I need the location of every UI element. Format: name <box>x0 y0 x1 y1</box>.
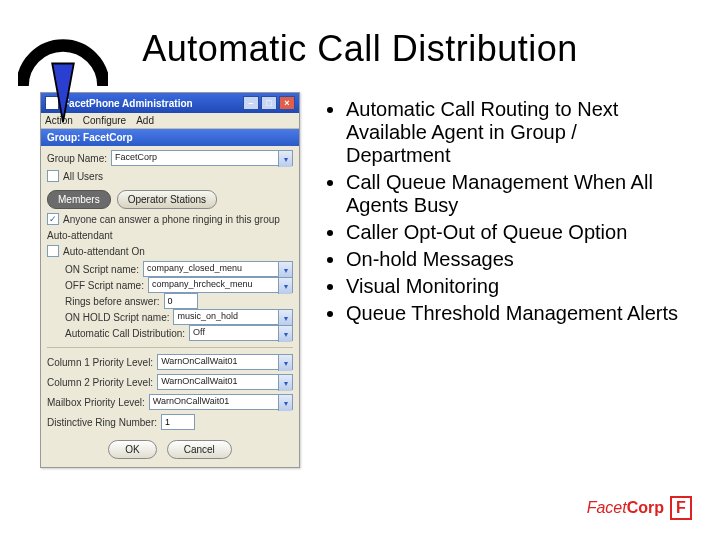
acd-select[interactable]: Off ▾ <box>189 325 293 341</box>
brand-arc-logo <box>18 32 108 122</box>
mailbox-priority-label: Mailbox Priority Level: <box>47 397 145 408</box>
chevron-down-icon: ▾ <box>278 326 292 342</box>
off-script-label: OFF Script name: <box>65 280 144 291</box>
group-header: Group: FacetCorp <box>41 129 299 146</box>
mailbox-priority-select[interactable]: WarnOnCallWait01 ▾ <box>149 394 293 410</box>
maximize-button[interactable]: □ <box>261 96 277 110</box>
list-item: Visual Monitoring <box>346 275 680 298</box>
bullet-list: Automatic Call Routing to Next Available… <box>322 92 680 329</box>
chevron-down-icon: ▾ <box>278 262 292 278</box>
on-script-select[interactable]: company_closed_menu ▾ <box>143 261 293 277</box>
chevron-down-icon: ▾ <box>278 375 292 391</box>
close-button[interactable]: × <box>279 96 295 110</box>
list-item: Call Queue Management When All Agents Bu… <box>346 171 680 217</box>
tab-members[interactable]: Members <box>47 190 111 209</box>
cancel-button[interactable]: Cancel <box>167 440 232 459</box>
list-item: Automatic Call Routing to Next Available… <box>346 98 680 167</box>
list-item: On-hold Messages <box>346 248 680 271</box>
admin-window: FacetPhone Administration – □ × Action C… <box>40 92 300 468</box>
slide-title: Automatic Call Distribution <box>40 28 680 70</box>
checkbox-icon: ✓ <box>47 213 59 225</box>
chevron-down-icon: ▾ <box>278 355 292 371</box>
auto-attendant-label: Auto-attendant <box>47 230 293 241</box>
anyone-answer-checkbox[interactable]: ✓ Anyone can answer a phone ringing in t… <box>47 213 293 225</box>
group-name-label: Group Name: <box>47 153 107 164</box>
off-script-select[interactable]: company_hrcheck_menu ▾ <box>148 277 293 293</box>
on-script-label: ON Script name: <box>65 264 139 275</box>
brand-mark-icon: F <box>670 496 692 520</box>
onhold-script-select[interactable]: music_on_hold ▾ <box>173 309 293 325</box>
col2-priority-select[interactable]: WarnOnCallWait01 ▾ <box>157 374 293 390</box>
all-users-checkbox[interactable]: All Users <box>47 170 293 182</box>
chevron-down-icon: ▾ <box>278 310 292 326</box>
ok-button[interactable]: OK <box>108 440 156 459</box>
chevron-down-icon: ▾ <box>278 395 292 411</box>
acd-label: Automatic Call Distribution: <box>65 328 185 339</box>
auto-attendant-on-checkbox[interactable]: Auto-attendant On <box>47 245 293 257</box>
rings-label: Rings before answer: <box>65 296 160 307</box>
ring-number-label: Distinctive Ring Number: <box>47 417 157 428</box>
tab-operator-stations[interactable]: Operator Stations <box>117 190 217 209</box>
chevron-down-icon: ▾ <box>278 151 292 167</box>
list-item: Caller Opt-Out of Queue Option <box>346 221 680 244</box>
col2-priority-label: Column 2 Priority Level: <box>47 377 153 388</box>
onhold-script-label: ON HOLD Script name: <box>65 312 169 323</box>
footer-brand: FacetCorp F <box>587 496 692 520</box>
menu-add[interactable]: Add <box>136 115 154 126</box>
svg-marker-0 <box>52 64 74 123</box>
rings-input[interactable] <box>164 293 198 309</box>
col1-priority-select[interactable]: WarnOnCallWait01 ▾ <box>157 354 293 370</box>
col1-priority-label: Column 1 Priority Level: <box>47 357 153 368</box>
ring-number-input[interactable] <box>161 414 195 430</box>
list-item: Queue Threshold Management Alerts <box>346 302 680 325</box>
checkbox-icon <box>47 245 59 257</box>
minimize-button[interactable]: – <box>243 96 259 110</box>
checkbox-icon <box>47 170 59 182</box>
group-name-select[interactable]: FacetCorp ▾ <box>111 150 293 166</box>
chevron-down-icon: ▾ <box>278 278 292 294</box>
